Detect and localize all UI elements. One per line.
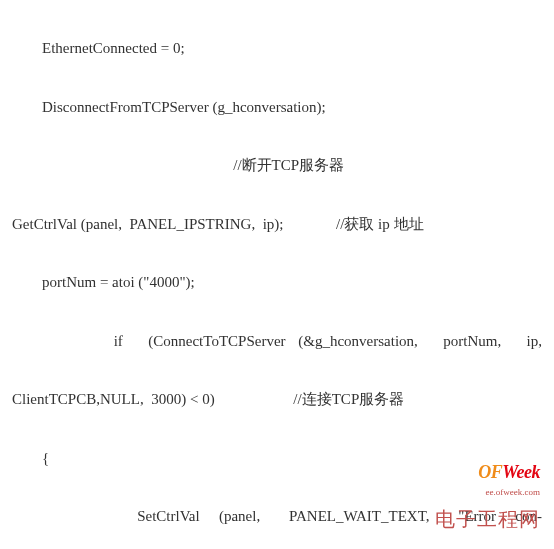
code-line: GetCtrlVal (panel, PANEL_IPSTRING, ip); … (12, 210, 542, 239)
code-block: EthernetConnected = 0; DisconnectFromTCP… (0, 0, 554, 549)
code-line: portNum = atoi ("4000"); (12, 268, 542, 297)
code-comment: //断开TCP服务器 (12, 151, 542, 180)
code-line: if (ConnectToTCPServer (&g_hconversation… (12, 327, 542, 356)
code-line: SetCtrlVal (panel, PANEL_WAIT_TEXT, "Err… (12, 502, 542, 531)
code-line: EthernetConnected = 0; (12, 34, 542, 63)
code-line: ClientTCPCB,NULL, 3000) < 0) //连接TCP服务器 (12, 385, 542, 414)
code-brace: { (12, 444, 542, 473)
code-line: DisconnectFromTCPServer (g_hconversation… (12, 93, 542, 122)
